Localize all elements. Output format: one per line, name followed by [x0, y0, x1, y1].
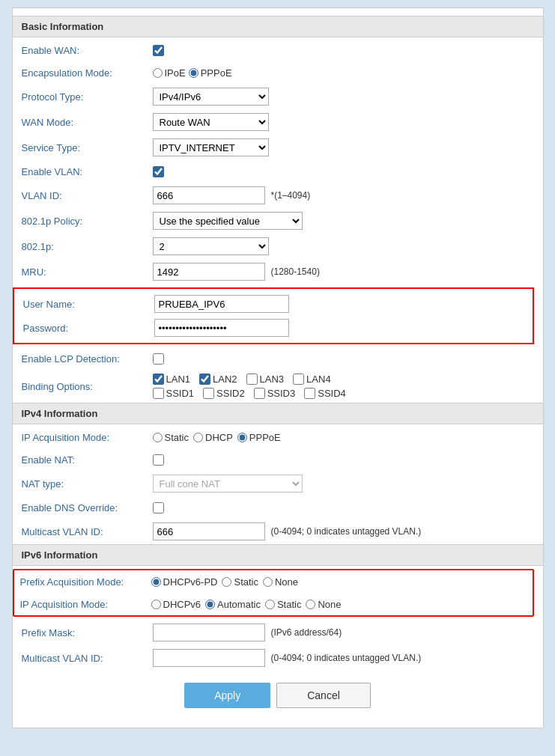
ipv4-acq-mode-row: IP Acquisition Mode: Static DHCP PPPoE	[13, 426, 543, 448]
nat-type-select[interactable]: Full cone NAT Restricted cone NAT Port r…	[153, 475, 303, 493]
enable-wan-control	[153, 45, 534, 56]
enable-wan-row: Enable WAN:	[13, 39, 543, 61]
dns-override-row: Enable DNS Override:	[13, 496, 543, 519]
enable-wan-checkbox[interactable]	[153, 45, 164, 56]
ssid2-checkbox[interactable]	[203, 388, 214, 399]
ipv4-pppoe-radio[interactable]	[237, 433, 247, 442]
prefix-none-item: None	[263, 576, 298, 588]
lan1-checkbox[interactable]	[153, 374, 164, 385]
lcp-detection-control	[153, 353, 534, 365]
ssid3-checkbox[interactable]	[254, 388, 265, 399]
username-label: User Name:	[23, 299, 154, 310]
ssid2-item: SSID2	[203, 388, 245, 399]
ipv6-none-radio[interactable]	[306, 600, 315, 609]
policy-8021p-select[interactable]: Use the specified value Use the original…	[153, 212, 303, 230]
lcp-detection-checkbox[interactable]	[153, 353, 164, 365]
mru-hint: (1280-1540)	[271, 266, 320, 277]
credentials-box: User Name: Password:	[13, 287, 534, 344]
dns-override-label: Enable DNS Override:	[22, 502, 153, 513]
ssid4-checkbox[interactable]	[304, 388, 315, 399]
password-control	[154, 319, 524, 337]
service-type-select[interactable]: IPTV_INTERNET INTERNET	[153, 138, 269, 156]
encapsulation-pppoe-radio[interactable]	[189, 68, 198, 78]
dns-override-checkbox[interactable]	[153, 502, 164, 513]
value-8021p-select[interactable]: 2 0 1 3 4 5 6 7	[153, 237, 269, 255]
enable-vlan-checkbox[interactable]	[153, 166, 164, 177]
enable-nat-control	[153, 454, 534, 466]
enable-vlan-row: Enable VLAN:	[13, 160, 543, 183]
protocol-type-label: Protocol Type:	[22, 91, 153, 103]
prefix-none-label: None	[275, 576, 298, 588]
ipv4-multicast-vlan-row: Multicast VLAN ID: (0-4094; 0 indicates …	[13, 519, 543, 544]
ipv4-pppoe-label: PPPoE	[249, 432, 281, 443]
policy-8021p-control: Use the specified value Use the original…	[153, 212, 534, 230]
enable-nat-checkbox[interactable]	[153, 454, 164, 466]
mru-label: MRU:	[22, 266, 153, 278]
ipv4-multicast-vlan-control: (0-4094; 0 indicates untagged VLAN.)	[153, 522, 534, 540]
ipv6-static-radio[interactable]	[265, 600, 275, 609]
enable-nat-label: Enable NAT:	[22, 454, 153, 466]
lan2-label: LAN2	[213, 374, 237, 385]
ipv6-acq-mode-control: DHCPv6 Automatic Static None	[151, 599, 527, 610]
ipv4-acq-mode-control: Static DHCP PPPoE	[153, 432, 534, 443]
ipv6-automatic-label: Automatic	[217, 599, 261, 610]
vlan-id-hint: *(1–4094)	[271, 190, 311, 201]
username-control	[154, 295, 524, 313]
ssid4-item: SSID4	[304, 388, 346, 399]
lcp-detection-row: Enable LCP Detection:	[13, 347, 543, 370]
ipv4-dhcp-radio[interactable]	[193, 433, 203, 442]
lan4-label: LAN4	[306, 374, 331, 385]
lan3-checkbox[interactable]	[246, 374, 258, 385]
ipv6-static-item: Static	[265, 599, 302, 610]
ipv6-multicast-vlan-input[interactable]	[153, 649, 265, 667]
protocol-type-select[interactable]: IPv4/IPv6	[153, 88, 269, 106]
service-type-label: Service Type:	[22, 142, 153, 153]
policy-8021p-row: 802.1p Policy: Use the specified value U…	[13, 208, 543, 234]
dns-override-control	[153, 502, 534, 513]
apply-button[interactable]: Apply	[184, 683, 270, 708]
value-8021p-control: 2 0 1 3 4 5 6 7	[153, 237, 534, 255]
ssid1-checkbox[interactable]	[153, 388, 164, 399]
prefix-acq-mode-label: Prefix Acquisition Mode:	[20, 576, 151, 588]
lan3-label: LAN3	[260, 374, 285, 385]
prefix-none-radio[interactable]	[263, 577, 273, 587]
ipv4-multicast-vlan-input[interactable]	[153, 522, 265, 540]
nat-type-label: NAT type:	[22, 478, 153, 490]
prefix-mask-label: Prefix Mask:	[22, 627, 153, 638]
ipv6-none-item: None	[306, 599, 341, 610]
ipv6-automatic-radio[interactable]	[205, 600, 215, 609]
prefix-mask-input[interactable]	[153, 624, 265, 641]
lan2-checkbox[interactable]	[199, 374, 210, 385]
cancel-button[interactable]: Cancel	[276, 683, 371, 708]
password-input[interactable]	[154, 319, 289, 337]
prefix-dhcpv6pd-radio[interactable]	[151, 577, 161, 587]
ipv6-info-header: IPv6 Information	[13, 544, 543, 566]
encapsulation-ipoe-item: IPoE	[153, 67, 186, 79]
enable-nat-row: Enable NAT:	[13, 448, 543, 471]
encapsulation-ipoe-label: IPoE	[165, 67, 186, 79]
ipv4-static-radio[interactable]	[153, 433, 163, 442]
ipv4-dhcp-item: DHCP	[193, 432, 233, 443]
prefix-mask-hint: (IPv6 address/64)	[271, 627, 342, 638]
prefix-static-radio[interactable]	[222, 577, 231, 587]
encapsulation-control: IPoE PPPoE	[153, 67, 534, 79]
ssid3-label: SSID3	[267, 388, 296, 399]
lan4-checkbox[interactable]	[293, 374, 304, 385]
ipv6-multicast-vlan-control: (0-4094; 0 indicates untagged VLAN.)	[153, 649, 534, 667]
username-input[interactable]	[154, 295, 289, 313]
ipv4-dhcp-label: DHCP	[205, 432, 233, 443]
prefix-static-label: Static	[234, 576, 258, 588]
ipv6-automatic-item: Automatic	[205, 599, 261, 610]
vlan-id-input[interactable]	[153, 186, 265, 204]
encapsulation-ipoe-radio[interactable]	[153, 68, 163, 78]
encapsulation-pppoe-label: PPPoE	[201, 67, 232, 79]
button-row: Apply Cancel	[13, 671, 543, 713]
vlan-id-row: VLAN ID: *(1–4094)	[13, 183, 543, 208]
prefix-mask-row: Prefix Mask: (IPv6 address/64)	[13, 620, 543, 645]
ipv6-dhcpv6-radio[interactable]	[151, 600, 161, 609]
prefix-acq-mode-control: DHCPv6-PD Static None	[151, 576, 527, 588]
ipv4-multicast-vlan-hint: (0-4094; 0 indicates untagged VLAN.)	[271, 526, 422, 537]
mru-input[interactable]	[153, 263, 265, 281]
wan-mode-label: WAN Mode:	[22, 117, 153, 128]
wan-mode-select[interactable]: Route WAN Bridge WAN	[153, 113, 269, 131]
